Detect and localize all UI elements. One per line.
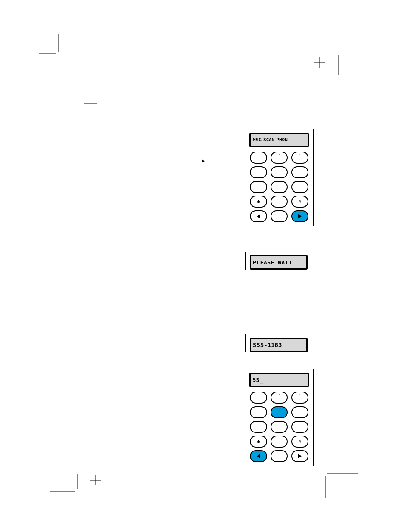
key-4[interactable] [250,166,267,178]
key-left-highlighted[interactable] [250,450,267,462]
key-left[interactable] [250,210,267,222]
lcd-display-number: 555-1183 [250,338,308,352]
lcd-display-wait: PLEASE WAIT [250,255,308,270]
lcd-partial-text: 55 [252,376,260,383]
key-6[interactable] [291,406,308,418]
key-1[interactable] [250,392,267,404]
key-9[interactable] [291,421,308,433]
key-7[interactable] [250,181,267,193]
key-hash[interactable]: # [291,196,308,208]
key-0[interactable] [271,436,288,448]
key-star[interactable]: ✱ [250,436,267,448]
arrow-left-icon [257,214,260,218]
key-0[interactable] [271,196,288,208]
key-8[interactable] [271,181,288,193]
lcd-display-partial: 55_ [249,373,309,387]
key-1[interactable] [250,152,267,164]
arrow-right-icon [298,454,302,458]
lcd-mode-msg: MSG [252,137,262,143]
key-6[interactable] [291,166,308,178]
lcd-mode-phon: PHON [276,137,288,143]
key-5[interactable] [271,166,288,178]
lcd-number-text: 555-1183 [253,342,282,348]
key-star[interactable]: ✱ [250,196,267,208]
lcd-mode-scan: SCAN [263,137,275,143]
key-right[interactable] [291,450,308,462]
key-5-highlighted[interactable] [271,406,288,418]
lcd-cursor: _ [260,376,263,383]
key-menu[interactable] [271,210,288,222]
keypad-bottom: ✱ # [249,392,309,462]
key-menu[interactable] [271,450,288,462]
key-hash[interactable]: # [291,436,308,448]
lcd-display-modes: MSG SCAN PHON [249,133,309,147]
key-3[interactable] [291,152,308,164]
lcd-panel-number: 555-1183 [245,334,312,352]
arrow-left-icon [257,454,260,458]
key-8[interactable] [271,421,288,433]
pointer-marker [202,159,205,163]
key-2[interactable] [271,392,288,404]
key-9[interactable] [291,181,308,193]
lcd-wait-text: PLEASE WAIT [253,259,293,266]
arrow-right-icon [298,214,302,218]
device-panel-bottom: 55_ ✱ # [245,369,314,466]
lcd-panel-wait: PLEASE WAIT [245,252,312,270]
device-panel-top: MSG SCAN PHON ✱ # [245,129,314,226]
key-3[interactable] [291,392,308,404]
keypad-top: ✱ # [249,152,309,222]
key-7[interactable] [250,421,267,433]
key-4[interactable] [250,406,267,418]
key-2[interactable] [271,152,288,164]
key-right-highlighted[interactable] [291,210,308,222]
